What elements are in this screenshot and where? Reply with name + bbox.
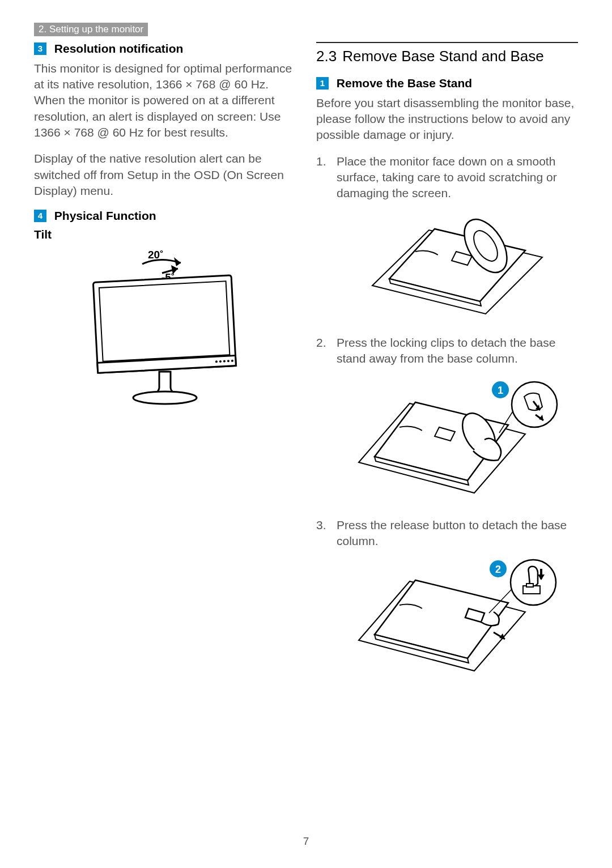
svg-point-10 xyxy=(133,392,197,404)
step-3: Press the release button to detach the b… xyxy=(316,517,578,683)
subheading-resolution: 3 Resolution notification xyxy=(34,42,296,56)
step-2-text: Press the locking clips to detach the ba… xyxy=(337,336,555,365)
detach-column-illustration: 2 xyxy=(355,554,559,679)
resolution-para-2: Display of the native resolution alert c… xyxy=(34,151,296,199)
svg-rect-41 xyxy=(526,584,533,587)
svg-rect-3 xyxy=(99,281,230,361)
detach-clips-illustration: 1 xyxy=(355,372,559,502)
section-title-text: Remove Base Stand and Base xyxy=(342,48,544,65)
badge-3-icon: 3 xyxy=(34,42,46,55)
remove-base-intro: Before you start disassembling the monit… xyxy=(316,95,578,143)
page-number: 7 xyxy=(0,835,612,848)
tilt-monitor-illustration: 20˚ -5˚ xyxy=(74,246,256,410)
step-1-text: Place the monitor face down on a smooth … xyxy=(337,155,557,200)
step-2-figure: 1 xyxy=(337,372,578,506)
subheading-remove-base-text: Remove the Base Stand xyxy=(337,76,472,90)
step-1: Place the monitor face down on a smooth … xyxy=(316,154,578,324)
tilt-label: Tilt xyxy=(34,228,296,241)
callout-2-badge: 2 xyxy=(495,564,501,575)
resolution-para-1: This monitor is designed for optimal per… xyxy=(34,61,296,141)
callout-1-badge: 1 xyxy=(498,385,503,396)
chapter-header-tab: 2. Setting up the monitor xyxy=(34,23,148,36)
step-1-figure xyxy=(337,206,578,324)
section-divider xyxy=(316,42,578,43)
step-3-text: Press the release button to detach the b… xyxy=(337,518,567,547)
remove-base-steps: Place the monitor face down on a smooth … xyxy=(316,154,578,683)
step-2: Press the locking clips to detach the ba… xyxy=(316,335,578,506)
angle-up-label: 20˚ xyxy=(148,249,163,261)
section-2-3-title: 2.3 Remove Base Stand and Base xyxy=(316,48,578,65)
left-column: 3 Resolution notification This monitor i… xyxy=(34,42,296,694)
badge-4-icon: 4 xyxy=(34,210,46,222)
subheading-physical-text: Physical Function xyxy=(54,209,156,222)
step-3-figure: 2 xyxy=(337,554,578,683)
monitor-facedown-illustration xyxy=(367,206,548,320)
two-column-layout: 3 Resolution notification This monitor i… xyxy=(34,42,578,694)
subheading-resolution-text: Resolution notification xyxy=(54,42,183,55)
subheading-remove-base: 1 Remove the Base Stand xyxy=(316,76,578,91)
section-number: 2.3 xyxy=(316,48,337,65)
badge-1-icon: 1 xyxy=(316,77,329,90)
tilt-figure: 20˚ -5˚ xyxy=(34,246,296,413)
right-column: 2.3 Remove Base Stand and Base 1 Remove … xyxy=(316,42,578,694)
subheading-physical: 4 Physical Function xyxy=(34,209,296,223)
